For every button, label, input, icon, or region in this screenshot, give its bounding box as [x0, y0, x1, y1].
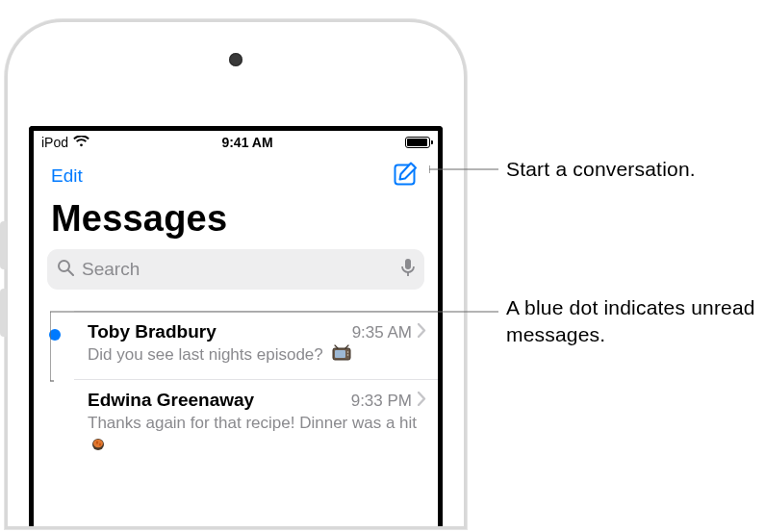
svg-point-11 — [96, 441, 98, 444]
sender-name: Toby Bradbury — [88, 321, 352, 342]
page-title: Messages — [34, 194, 438, 249]
compose-button[interactable] — [394, 162, 421, 190]
conversation-row[interactable]: Edwina Greenaway 9:33 PM Thanks again fo… — [74, 379, 438, 469]
volume-up-button — [0, 221, 7, 269]
sender-name: Edwina Greenaway — [88, 390, 351, 411]
svg-rect-6 — [335, 350, 345, 358]
clock: 9:41 AM — [89, 135, 405, 150]
camera-dot — [229, 53, 242, 66]
chevron-right-icon — [418, 392, 426, 410]
message-preview: Thanks again for that recipe! Dinner was… — [88, 413, 426, 458]
svg-point-10 — [93, 440, 103, 447]
timestamp: 9:33 PM — [351, 392, 412, 411]
message-preview: Did you see last nights episode? — [88, 344, 426, 367]
chevron-right-icon — [418, 323, 426, 342]
svg-point-8 — [346, 354, 348, 356]
svg-point-12 — [99, 443, 101, 446]
carrier-label: iPod — [41, 135, 68, 150]
battery-icon — [405, 137, 430, 148]
svg-line-2 — [68, 270, 73, 275]
food-emoji-icon — [89, 435, 107, 458]
callout-text: A blue dot indicates unread messages. — [506, 294, 765, 349]
conversation-row[interactable]: Toby Bradbury 9:35 AM Did you see last n… — [74, 311, 438, 379]
tv-emoji-icon — [332, 344, 351, 367]
dictate-icon[interactable] — [401, 258, 415, 282]
nav-bar: Edit — [34, 154, 438, 194]
wifi-icon — [73, 135, 89, 150]
svg-rect-3 — [405, 259, 411, 269]
search-input[interactable]: Search — [47, 249, 424, 290]
unread-indicator — [49, 329, 61, 341]
status-bar: iPod 9:41 AM — [34, 131, 438, 154]
volume-down-button — [0, 289, 7, 337]
conversation-list: Toby Bradbury 9:35 AM Did you see last n… — [34, 311, 438, 469]
timestamp: 9:35 AM — [352, 323, 412, 342]
edit-button[interactable]: Edit — [51, 165, 83, 187]
search-placeholder: Search — [82, 259, 140, 280]
search-icon — [57, 259, 74, 281]
svg-point-7 — [346, 351, 348, 353]
device-frame: iPod 9:41 AM Edit Messages — [5, 19, 467, 529]
callout-text: Start a conversation. — [506, 158, 696, 181]
screen: iPod 9:41 AM Edit Messages — [29, 126, 443, 526]
